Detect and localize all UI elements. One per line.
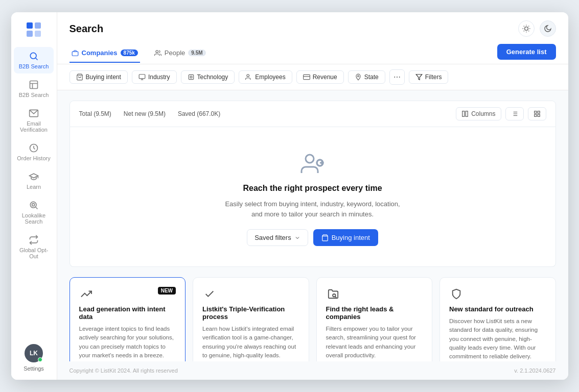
sidebar-label-learn: Learn (27, 184, 41, 190)
svg-line-5 (36, 58, 38, 60)
copyright-text: Copyright © ListKit 2024. All rights res… (70, 368, 178, 374)
svg-rect-37 (466, 111, 468, 117)
svg-rect-45 (538, 111, 540, 113)
feature-card-title-3: Find the right leads & companies (326, 305, 423, 321)
filter-revenue[interactable]: Revenue (296, 70, 344, 84)
svg-rect-23 (72, 52, 78, 56)
empty-state-actions: Saved filters Buying intent (247, 229, 378, 246)
all-filters-button[interactable]: Filters (409, 70, 449, 84)
feature-card-find-leads: Find the right leads & companies Filters… (316, 277, 433, 361)
sidebar-item-lookalike-search[interactable]: Lookalike Search (14, 196, 54, 229)
new-badge: NEW (158, 287, 176, 295)
content-area: Total (9.5M) Net new (9.5M) Saved (667.0… (57, 90, 568, 361)
svg-line-55 (335, 297, 336, 298)
sidebar-bottom: LK Settings (24, 344, 44, 372)
tab-people-badge: 9.5M (188, 50, 205, 56)
svg-rect-6 (30, 81, 38, 89)
svg-rect-0 (27, 22, 33, 29)
trending-up-icon (79, 287, 94, 301)
stats-actions: Columns (456, 107, 546, 120)
avatar[interactable]: LK (25, 344, 43, 362)
sidebar-label-order-history: Order History (17, 155, 50, 161)
filter-buying-intent[interactable]: Buying intent (70, 70, 128, 84)
feature-card-desc-2: Learn how Listkit's integrated email ver… (202, 325, 299, 361)
feature-card-header-4 (449, 287, 546, 301)
check-mark-icon (202, 287, 217, 301)
sidebar-label-email-verification: Email Verification (17, 120, 51, 133)
buying-intent-button[interactable]: Buying intent (313, 229, 378, 246)
folder-search-icon (326, 287, 340, 301)
sidebar-label-global-opt-out: Global Opt-Out (17, 247, 51, 259)
tab-companies-label: Companies (82, 49, 118, 57)
svg-line-12 (36, 207, 38, 209)
saved-filters-button[interactable]: Saved filters (247, 229, 308, 246)
feature-card-title-4: New standard for outreach (449, 305, 546, 313)
feature-card-header-1: NEW (79, 287, 176, 301)
svg-point-31 (247, 75, 249, 77)
filter-industry-label: Industry (148, 74, 170, 81)
svg-rect-26 (139, 75, 145, 79)
filter-state[interactable]: State (348, 70, 385, 84)
svg-rect-32 (303, 75, 310, 79)
filter-industry[interactable]: Industry (132, 70, 177, 84)
svg-point-14 (524, 27, 528, 31)
svg-point-54 (333, 294, 336, 297)
feature-card-desc-3: Filters empower you to tailor your searc… (326, 325, 423, 361)
filter-technology-label: Technology (197, 74, 228, 81)
columns-label: Columns (471, 110, 495, 117)
filter-bar: Buying intent Industry Technology Employ… (57, 64, 568, 90)
filter-buying-intent-label: Buying intent (86, 74, 121, 81)
net-new-stat: Net new (9.5M) (124, 110, 166, 117)
feature-card-title-1: Lead generation with intent data (79, 305, 176, 321)
svg-line-18 (528, 31, 529, 31)
svg-rect-3 (35, 31, 41, 37)
shield-icon (449, 287, 464, 301)
columns-button[interactable]: Columns (456, 107, 501, 120)
svg-marker-35 (416, 75, 422, 80)
list-view-button[interactable] (505, 107, 524, 120)
feature-card-header-2 (202, 287, 299, 301)
light-mode-button[interactable] (518, 20, 535, 37)
sidebar: B2B Search B2B Search Email Verification… (11, 12, 57, 380)
svg-line-17 (523, 26, 524, 27)
tab-people[interactable]: People 9.5M (152, 45, 208, 63)
grid-view-button[interactable] (528, 107, 546, 120)
svg-point-4 (30, 53, 36, 59)
svg-rect-30 (190, 76, 192, 78)
tab-companies[interactable]: Companies 875k (70, 45, 140, 63)
page-title: Search (70, 23, 104, 35)
feature-card-desc-4: Discover how ListKit sets a new standard… (449, 317, 546, 361)
empty-state-card: Reach the right prospect every time Easi… (70, 127, 556, 267)
sidebar-label-lookalike: Lookalike Search (17, 212, 51, 225)
empty-state-title: Reach the right prospect every time (243, 184, 382, 193)
filter-technology[interactable]: Technology (181, 70, 235, 84)
dark-mode-button[interactable] (540, 20, 556, 37)
svg-point-34 (357, 76, 359, 77)
svg-rect-47 (534, 114, 536, 116)
svg-point-48 (306, 155, 314, 163)
sidebar-item-global-opt-out[interactable]: Global Opt-Out (14, 231, 54, 263)
buying-intent-cta-label: Buying intent (332, 234, 370, 241)
feature-card-header-3 (326, 287, 423, 301)
sidebar-item-b2b-search-2[interactable]: B2B Search (14, 76, 54, 102)
sidebar-label-b2b-search-2: B2B Search (19, 92, 49, 98)
tab-people-label: People (165, 49, 185, 57)
main-content: Search (57, 12, 568, 380)
more-filters-button[interactable]: ⋯ (389, 69, 405, 85)
settings-label[interactable]: Settings (24, 365, 44, 372)
svg-rect-29 (189, 75, 193, 79)
header-top: Search (70, 20, 556, 37)
sidebar-item-learn[interactable]: Learn (14, 167, 54, 194)
filter-state-label: State (364, 74, 379, 81)
saved-stat: Saved (667.0K) (178, 110, 220, 117)
filter-employees[interactable]: Employees (239, 70, 292, 84)
feature-card-title-2: Listkit's Triple-Verification process (202, 305, 299, 321)
feature-card-triple-verification: Listkit's Triple-Verification process Le… (193, 277, 309, 361)
sidebar-item-b2b-search-top[interactable]: B2B Search (14, 47, 54, 74)
generate-list-button[interactable]: Generate list (497, 44, 556, 60)
svg-rect-1 (35, 22, 41, 29)
sidebar-item-email-verification[interactable]: Email Verification (14, 104, 54, 137)
svg-point-11 (30, 202, 36, 208)
sidebar-item-order-history[interactable]: Order History (14, 139, 54, 165)
svg-point-24 (156, 50, 158, 53)
